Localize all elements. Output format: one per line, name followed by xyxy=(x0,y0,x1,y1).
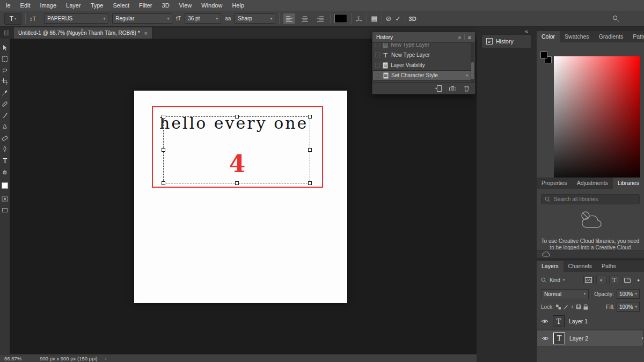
layer-visibility-eye-icon[interactable] xyxy=(541,319,548,324)
libraries-search-input[interactable]: Search all libraries xyxy=(541,194,640,204)
history-item[interactable]: T New Type Layer xyxy=(372,50,471,60)
tab-adjustments[interactable]: Adjustments xyxy=(572,178,613,189)
history-source-checkbox[interactable] xyxy=(375,63,380,68)
healing-brush-tool-icon[interactable] xyxy=(0,98,10,109)
color-picker-gradient[interactable] xyxy=(554,56,640,187)
handle-top-center[interactable] xyxy=(235,115,239,119)
font-family-select[interactable]: PAPERUS xyxy=(44,13,108,24)
tab-color[interactable]: Color xyxy=(537,31,560,42)
tab-channels[interactable]: Channels xyxy=(564,261,597,272)
document-tab[interactable]: Untitled-1 @ 66.7% (Nguyễn Thanh Tâm, RG… xyxy=(14,27,152,39)
new-snapshot-icon[interactable] xyxy=(449,86,456,91)
zoom-level[interactable]: 66.67% xyxy=(0,356,21,361)
handle-mid-left[interactable] xyxy=(162,148,165,152)
cloud-icon[interactable] xyxy=(542,252,550,257)
eyedropper-tool-icon[interactable] xyxy=(0,87,10,98)
status-chevron-icon[interactable]: › xyxy=(97,356,106,361)
layer-row-1[interactable]: T Layer 1 xyxy=(537,313,644,330)
canvas-text[interactable]: hello every one xyxy=(159,114,308,132)
tool-preset-button[interactable]: T xyxy=(4,13,21,25)
opacity-value[interactable]: 100% xyxy=(617,289,640,299)
history-source-checkbox[interactable] xyxy=(375,53,380,57)
layer-visibility-eye-icon[interactable] xyxy=(541,336,549,341)
crop-tool-icon[interactable] xyxy=(0,76,10,87)
font-style-select[interactable]: Regular xyxy=(112,13,172,24)
blend-mode-select[interactable]: Normal xyxy=(541,289,589,299)
layer-thumbnail[interactable]: T xyxy=(553,315,565,327)
quick-mask-icon[interactable] xyxy=(0,193,10,204)
cancel-edits-icon[interactable]: ⊘ xyxy=(386,14,392,23)
filter-type-layers-icon[interactable]: T xyxy=(609,276,619,284)
toggle-panels-icon[interactable]: ▤ xyxy=(371,14,377,23)
lock-all-icon[interactable] xyxy=(583,304,588,310)
tab-gradients[interactable]: Gradients xyxy=(594,31,628,42)
type-tool-icon[interactable]: T xyxy=(0,154,10,166)
filter-adjustment-layers-icon[interactable]: ◐ xyxy=(596,276,606,284)
clone-stamp-tool-icon[interactable] xyxy=(0,121,10,132)
menu-edit[interactable]: Edit xyxy=(16,0,35,11)
scrollbar-thumb[interactable] xyxy=(471,62,474,79)
pen-tool-icon[interactable] xyxy=(0,143,10,154)
fill-value[interactable]: 100% xyxy=(617,302,640,312)
history-item[interactable]: Layer Visibility xyxy=(372,60,471,70)
delete-state-icon[interactable] xyxy=(464,85,470,92)
3d-mode-label[interactable]: 3D xyxy=(409,16,416,22)
history-item[interactable]: New Type Layer xyxy=(372,43,471,50)
filter-pixel-layers-icon[interactable] xyxy=(583,276,594,284)
panel-menu-icon[interactable]: ≡ xyxy=(468,34,471,40)
foreground-color-chip[interactable] xyxy=(540,51,547,58)
close-tab-icon[interactable]: × xyxy=(144,30,148,36)
lasso-tool-icon[interactable] xyxy=(0,64,10,76)
lock-pixels-icon[interactable] xyxy=(563,304,568,309)
menu-file[interactable]: le xyxy=(1,0,16,11)
layer-name[interactable]: Layer 2 xyxy=(569,335,588,342)
tab-layers[interactable]: Layers xyxy=(537,261,564,272)
tab-swatches[interactable]: Swatches xyxy=(560,31,594,42)
menu-layer[interactable]: Layer xyxy=(61,0,86,11)
hand-tool-icon[interactable] xyxy=(0,166,10,177)
handle-bottom-left[interactable] xyxy=(162,181,165,185)
move-tool-icon[interactable] xyxy=(0,42,10,53)
font-size-select[interactable]: 36 pt xyxy=(185,13,221,24)
align-right-button[interactable] xyxy=(314,13,326,24)
canvas-number[interactable]: 4 xyxy=(224,150,250,178)
lock-artboard-icon[interactable] xyxy=(576,304,581,309)
filter-shape-layers-icon[interactable] xyxy=(622,276,632,284)
marquee-tool-icon[interactable] xyxy=(0,53,10,64)
menu-help[interactable]: Help xyxy=(227,0,249,11)
foreground-color-swatch[interactable] xyxy=(2,182,8,189)
brush-tool-icon[interactable] xyxy=(0,109,10,121)
handle-top-left[interactable] xyxy=(162,115,165,119)
filter-toggle-icon[interactable]: ● xyxy=(637,278,640,283)
search-icon[interactable] xyxy=(612,15,619,22)
align-left-button[interactable] xyxy=(283,13,295,24)
eraser-tool-icon[interactable] xyxy=(0,132,10,143)
menu-select[interactable]: Select xyxy=(108,0,135,11)
text-color-swatch[interactable] xyxy=(334,14,347,23)
screen-mode-icon[interactable] xyxy=(0,204,10,216)
history-source-checkbox[interactable] xyxy=(376,73,380,78)
handle-bottom-center[interactable] xyxy=(235,181,239,185)
layer-name[interactable]: Layer 1 xyxy=(569,318,588,324)
handle-mid-right[interactable] xyxy=(308,148,312,152)
collapse-dock-icon[interactable]: « xyxy=(525,28,528,34)
kind-filter-select[interactable]: Kind xyxy=(550,277,560,283)
history-panel-header[interactable]: History » ≡ xyxy=(372,32,475,43)
history-source-checkbox[interactable] xyxy=(375,43,380,47)
menu-type[interactable]: Type xyxy=(86,0,108,11)
tab-properties[interactable]: Properties xyxy=(537,178,572,189)
tab-paths[interactable]: Paths xyxy=(597,261,621,272)
menu-image[interactable]: Image xyxy=(35,0,62,11)
text-orientation-icon[interactable]: ↕T xyxy=(30,16,36,22)
collapse-panel-icon[interactable]: » xyxy=(458,34,462,40)
handle-top-right[interactable] xyxy=(308,115,312,119)
handle-bottom-right[interactable] xyxy=(308,181,312,185)
commit-edits-icon[interactable]: ✓ xyxy=(395,15,400,23)
new-document-from-state-icon[interactable] xyxy=(435,85,442,92)
history-scrollbar[interactable] xyxy=(471,43,474,82)
menu-window[interactable]: Window xyxy=(196,0,227,11)
menu-3d[interactable]: 3D xyxy=(157,0,174,11)
history-item-selected[interactable]: Set Character Style xyxy=(372,70,471,80)
lock-position-icon[interactable]: + xyxy=(570,304,574,309)
tab-libraries[interactable]: Libraries xyxy=(613,178,644,189)
